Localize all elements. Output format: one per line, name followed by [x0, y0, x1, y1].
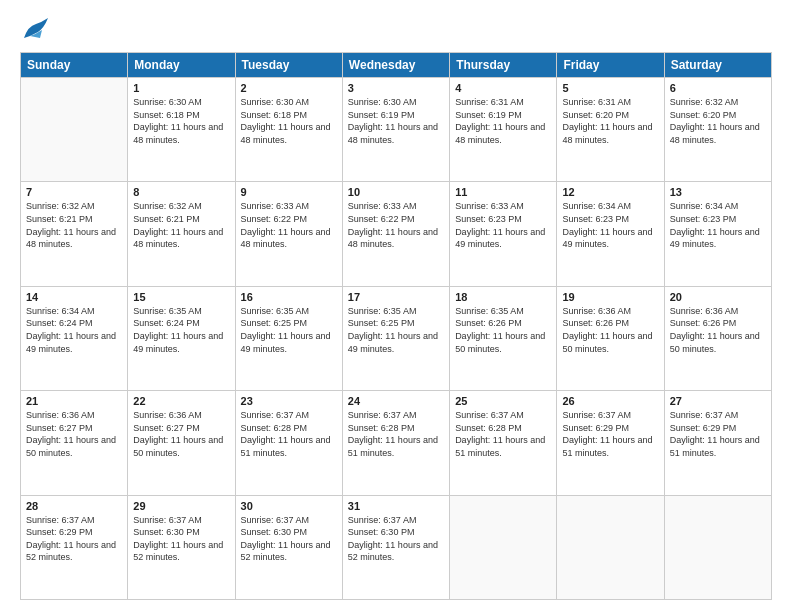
- day-number: 22: [133, 395, 229, 407]
- day-cell: 6Sunrise: 6:32 AM Sunset: 6:20 PM Daylig…: [664, 78, 771, 182]
- cell-info: Sunrise: 6:37 AM Sunset: 6:28 PM Dayligh…: [455, 409, 551, 459]
- day-number: 24: [348, 395, 444, 407]
- day-number: 17: [348, 291, 444, 303]
- cell-info: Sunrise: 6:34 AM Sunset: 6:23 PM Dayligh…: [562, 200, 658, 250]
- day-number: 4: [455, 82, 551, 94]
- cell-info: Sunrise: 6:36 AM Sunset: 6:27 PM Dayligh…: [26, 409, 122, 459]
- day-cell: 25Sunrise: 6:37 AM Sunset: 6:28 PM Dayli…: [450, 391, 557, 495]
- day-cell: 30Sunrise: 6:37 AM Sunset: 6:30 PM Dayli…: [235, 495, 342, 599]
- header-monday: Monday: [128, 53, 235, 78]
- cell-info: Sunrise: 6:30 AM Sunset: 6:18 PM Dayligh…: [133, 96, 229, 146]
- cell-info: Sunrise: 6:35 AM Sunset: 6:25 PM Dayligh…: [241, 305, 337, 355]
- day-cell: 12Sunrise: 6:34 AM Sunset: 6:23 PM Dayli…: [557, 182, 664, 286]
- day-cell: 15Sunrise: 6:35 AM Sunset: 6:24 PM Dayli…: [128, 286, 235, 390]
- header-tuesday: Tuesday: [235, 53, 342, 78]
- day-number: 30: [241, 500, 337, 512]
- week-row-0: 1Sunrise: 6:30 AM Sunset: 6:18 PM Daylig…: [21, 78, 772, 182]
- week-row-4: 28Sunrise: 6:37 AM Sunset: 6:29 PM Dayli…: [21, 495, 772, 599]
- day-cell: 4Sunrise: 6:31 AM Sunset: 6:19 PM Daylig…: [450, 78, 557, 182]
- cell-info: Sunrise: 6:37 AM Sunset: 6:29 PM Dayligh…: [26, 514, 122, 564]
- cell-info: Sunrise: 6:37 AM Sunset: 6:28 PM Dayligh…: [241, 409, 337, 459]
- day-number: 9: [241, 186, 337, 198]
- day-number: 3: [348, 82, 444, 94]
- header-friday: Friday: [557, 53, 664, 78]
- day-number: 21: [26, 395, 122, 407]
- day-number: 19: [562, 291, 658, 303]
- day-cell: 13Sunrise: 6:34 AM Sunset: 6:23 PM Dayli…: [664, 182, 771, 286]
- day-cell: 10Sunrise: 6:33 AM Sunset: 6:22 PM Dayli…: [342, 182, 449, 286]
- week-row-2: 14Sunrise: 6:34 AM Sunset: 6:24 PM Dayli…: [21, 286, 772, 390]
- header-saturday: Saturday: [664, 53, 771, 78]
- day-cell: 24Sunrise: 6:37 AM Sunset: 6:28 PM Dayli…: [342, 391, 449, 495]
- header-sunday: Sunday: [21, 53, 128, 78]
- cell-info: Sunrise: 6:30 AM Sunset: 6:18 PM Dayligh…: [241, 96, 337, 146]
- calendar-table: SundayMondayTuesdayWednesdayThursdayFrid…: [20, 52, 772, 600]
- day-number: 15: [133, 291, 229, 303]
- day-cell: 14Sunrise: 6:34 AM Sunset: 6:24 PM Dayli…: [21, 286, 128, 390]
- day-number: 2: [241, 82, 337, 94]
- cell-info: Sunrise: 6:32 AM Sunset: 6:21 PM Dayligh…: [26, 200, 122, 250]
- day-cell: 26Sunrise: 6:37 AM Sunset: 6:29 PM Dayli…: [557, 391, 664, 495]
- day-cell: 18Sunrise: 6:35 AM Sunset: 6:26 PM Dayli…: [450, 286, 557, 390]
- cell-info: Sunrise: 6:35 AM Sunset: 6:26 PM Dayligh…: [455, 305, 551, 355]
- day-number: 7: [26, 186, 122, 198]
- day-number: 11: [455, 186, 551, 198]
- day-cell: [557, 495, 664, 599]
- day-cell: 8Sunrise: 6:32 AM Sunset: 6:21 PM Daylig…: [128, 182, 235, 286]
- cell-info: Sunrise: 6:37 AM Sunset: 6:30 PM Dayligh…: [348, 514, 444, 564]
- day-cell: 5Sunrise: 6:31 AM Sunset: 6:20 PM Daylig…: [557, 78, 664, 182]
- day-number: 5: [562, 82, 658, 94]
- day-number: 8: [133, 186, 229, 198]
- day-cell: 9Sunrise: 6:33 AM Sunset: 6:22 PM Daylig…: [235, 182, 342, 286]
- day-number: 26: [562, 395, 658, 407]
- day-cell: 29Sunrise: 6:37 AM Sunset: 6:30 PM Dayli…: [128, 495, 235, 599]
- day-number: 13: [670, 186, 766, 198]
- cell-info: Sunrise: 6:37 AM Sunset: 6:29 PM Dayligh…: [670, 409, 766, 459]
- day-number: 16: [241, 291, 337, 303]
- cell-info: Sunrise: 6:32 AM Sunset: 6:21 PM Dayligh…: [133, 200, 229, 250]
- day-cell: 21Sunrise: 6:36 AM Sunset: 6:27 PM Dayli…: [21, 391, 128, 495]
- day-number: 12: [562, 186, 658, 198]
- day-number: 14: [26, 291, 122, 303]
- cell-info: Sunrise: 6:37 AM Sunset: 6:30 PM Dayligh…: [133, 514, 229, 564]
- day-number: 29: [133, 500, 229, 512]
- day-cell: [450, 495, 557, 599]
- cell-info: Sunrise: 6:36 AM Sunset: 6:26 PM Dayligh…: [562, 305, 658, 355]
- cell-info: Sunrise: 6:34 AM Sunset: 6:24 PM Dayligh…: [26, 305, 122, 355]
- day-number: 6: [670, 82, 766, 94]
- page: SundayMondayTuesdayWednesdayThursdayFrid…: [0, 0, 792, 612]
- day-cell: 17Sunrise: 6:35 AM Sunset: 6:25 PM Dayli…: [342, 286, 449, 390]
- day-cell: 3Sunrise: 6:30 AM Sunset: 6:19 PM Daylig…: [342, 78, 449, 182]
- day-cell: 20Sunrise: 6:36 AM Sunset: 6:26 PM Dayli…: [664, 286, 771, 390]
- day-cell: 22Sunrise: 6:36 AM Sunset: 6:27 PM Dayli…: [128, 391, 235, 495]
- cell-info: Sunrise: 6:36 AM Sunset: 6:27 PM Dayligh…: [133, 409, 229, 459]
- day-number: 1: [133, 82, 229, 94]
- cell-info: Sunrise: 6:34 AM Sunset: 6:23 PM Dayligh…: [670, 200, 766, 250]
- cell-info: Sunrise: 6:36 AM Sunset: 6:26 PM Dayligh…: [670, 305, 766, 355]
- day-cell: 16Sunrise: 6:35 AM Sunset: 6:25 PM Dayli…: [235, 286, 342, 390]
- logo: [20, 16, 56, 44]
- day-cell: [21, 78, 128, 182]
- day-cell: 19Sunrise: 6:36 AM Sunset: 6:26 PM Dayli…: [557, 286, 664, 390]
- day-cell: 11Sunrise: 6:33 AM Sunset: 6:23 PM Dayli…: [450, 182, 557, 286]
- header-wednesday: Wednesday: [342, 53, 449, 78]
- day-cell: 1Sunrise: 6:30 AM Sunset: 6:18 PM Daylig…: [128, 78, 235, 182]
- cell-info: Sunrise: 6:37 AM Sunset: 6:29 PM Dayligh…: [562, 409, 658, 459]
- header-row: SundayMondayTuesdayWednesdayThursdayFrid…: [21, 53, 772, 78]
- day-cell: 7Sunrise: 6:32 AM Sunset: 6:21 PM Daylig…: [21, 182, 128, 286]
- header: [20, 16, 772, 44]
- day-number: 25: [455, 395, 551, 407]
- header-thursday: Thursday: [450, 53, 557, 78]
- day-cell: 28Sunrise: 6:37 AM Sunset: 6:29 PM Dayli…: [21, 495, 128, 599]
- day-cell: 27Sunrise: 6:37 AM Sunset: 6:29 PM Dayli…: [664, 391, 771, 495]
- week-row-3: 21Sunrise: 6:36 AM Sunset: 6:27 PM Dayli…: [21, 391, 772, 495]
- day-cell: 2Sunrise: 6:30 AM Sunset: 6:18 PM Daylig…: [235, 78, 342, 182]
- day-number: 20: [670, 291, 766, 303]
- cell-info: Sunrise: 6:33 AM Sunset: 6:22 PM Dayligh…: [241, 200, 337, 250]
- cell-info: Sunrise: 6:37 AM Sunset: 6:30 PM Dayligh…: [241, 514, 337, 564]
- day-cell: [664, 495, 771, 599]
- day-number: 23: [241, 395, 337, 407]
- day-number: 10: [348, 186, 444, 198]
- logo-icon: [20, 16, 52, 44]
- cell-info: Sunrise: 6:35 AM Sunset: 6:24 PM Dayligh…: [133, 305, 229, 355]
